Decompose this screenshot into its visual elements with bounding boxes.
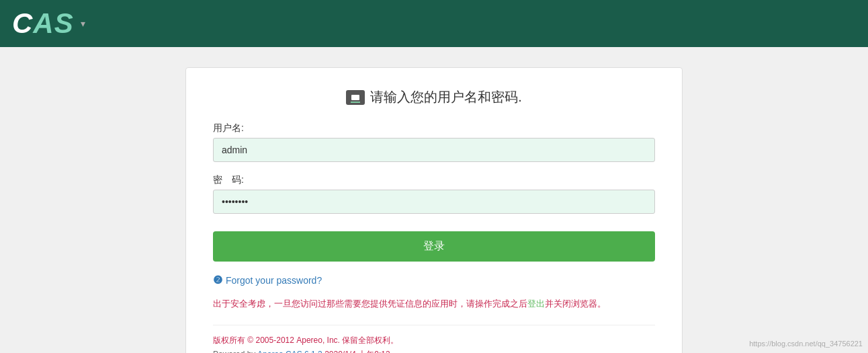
password-label: 密 码: [213,174,655,186]
username-label: 用户名: [213,122,655,134]
forgot-password-row: ❷ Forgot your password? [213,274,655,286]
footer-date: 2020/1/4 [324,350,356,353]
logo-text: CAS [12,7,74,40]
footer-info: 版权所有 © 2005-2012 Apereo, Inc. 保留全部权利。 Po… [213,325,655,353]
id-card-icon [346,90,365,105]
username-input[interactable] [213,138,655,162]
help-icon: ❷ [213,274,222,286]
forgot-password-link[interactable]: Forgot your password? [226,275,322,286]
card-title: 请输入您的用户名和密码. [213,88,655,106]
password-input[interactable] [213,190,655,214]
security-notice-prefix: 出于安全考虑，一旦您访问过那些需要您提供凭证信息的应用时，请操作完成之后 [213,299,527,309]
apereo-cas-link[interactable]: Apereo CAS [257,350,302,353]
logout-link[interactable]: 登出 [527,299,545,309]
chevron-down-icon[interactable]: ▾ [81,18,85,29]
logo-c: C [12,7,33,39]
logo[interactable]: CAS ▾ [12,7,85,40]
security-notice-suffix: 并关闭浏览器。 [545,299,606,309]
login-card: 请输入您的用户名和密码. 用户名: 密 码: 登录 ❷ Forgot your … [185,67,683,353]
footer-powered-prefix: Powered by [213,350,257,353]
footer-copyright: 版权所有 © 2005-2012 Apereo, Inc. 保留全部权利。 [213,335,655,346]
app-header: CAS ▾ [0,0,868,47]
password-group: 密 码: [213,174,655,214]
logo-as: AS [33,7,73,39]
footer-time: 上午9:13 [358,350,390,353]
login-button[interactable]: 登录 [213,231,655,262]
footer-version: 6.1.3 [304,350,322,353]
watermark: https://blog.csdn.net/qq_34756221 [749,340,863,348]
username-group: 用户名: [213,122,655,162]
footer-powered: Powered by Apereo CAS 6.1.3 2020/1/4 上午9… [213,349,655,353]
main-content: 请输入您的用户名和密码. 用户名: 密 码: 登录 ❷ Forgot your … [0,47,868,353]
card-title-text: 请输入您的用户名和密码. [370,88,522,106]
security-notice: 出于安全考虑，一旦您访问过那些需要您提供凭证信息的应用时，请操作完成之后登出并关… [213,297,655,311]
